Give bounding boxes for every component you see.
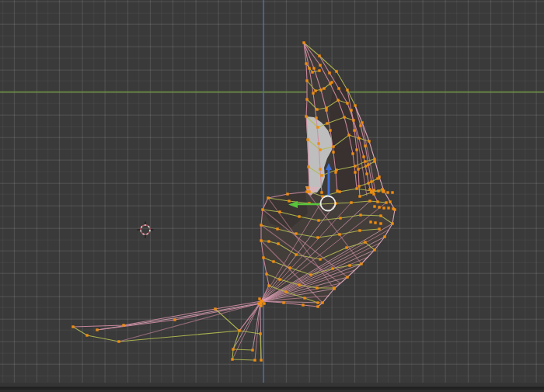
- statusbar-top-edge: [0, 383, 544, 392]
- edit-mode-scene-canvas[interactable]: [0, 0, 544, 392]
- world-axes: [0, 0, 544, 383]
- cursor-3d-icon: [138, 222, 154, 238]
- viewport-3d[interactable]: [0, 0, 544, 392]
